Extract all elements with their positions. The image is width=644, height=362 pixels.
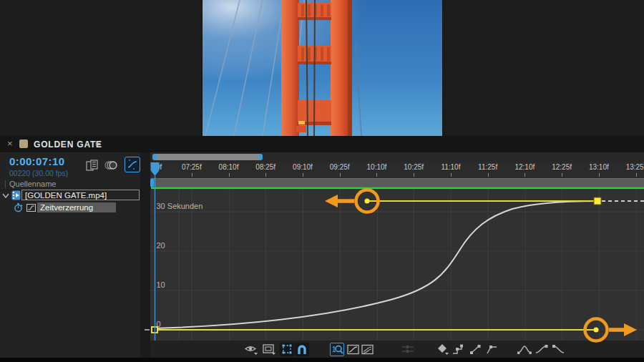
ruler-label-partial: 0f [156,163,173,171]
choose-graph-type-icon[interactable] [262,343,276,356]
show-transform-box-icon[interactable] [280,343,294,356]
ruler-label: 08:10f [215,163,243,171]
ruler-label: 09:25f [326,163,354,171]
motion-blur-icon[interactable] [104,158,118,172]
close-icon[interactable]: × [7,138,13,149]
graph-plot-area[interactable] [150,190,644,341]
ruler-label: 13:10f [585,163,613,171]
timeline-navigator-track[interactable] [150,152,644,162]
frame-count-fps: 00220 (30.00 fps) [9,169,68,177]
auto-bezier-interpolation-icon[interactable] [484,343,499,356]
ruler-tick [192,173,192,177]
video-preview-golden-gate [203,0,442,136]
graph-y-label: 10 [157,280,214,289]
panel-divider[interactable] [140,152,150,358]
video-file-icon [11,190,21,200]
easy-ease-in-icon[interactable] [535,343,549,356]
layer-row-golden-gate[interactable]: [GOLDEN GATE.mp4] [0,190,140,202]
maintenance-detail [298,121,305,124]
time-ruler[interactable]: 0f 07:25f08:10f08:25f09:10f09:25f10:10f1… [150,162,644,180]
ruler-label: 10:10f [362,163,391,171]
property-graph-icon[interactable] [26,204,36,212]
timeline-navigator-handle[interactable] [152,154,263,160]
comp-color-label[interactable] [19,140,28,148]
ruler-tick [414,173,414,177]
separate-dimensions-icon [401,343,415,356]
ruler-tick [636,173,637,177]
ruler-tick [340,173,341,177]
column-header-row: Quellenname [0,179,140,190]
ruler-tick [303,173,303,177]
current-timecode[interactable]: 0:00:07:10 [9,155,64,167]
linear-interpolation-icon[interactable] [468,343,482,356]
graph-editor-icon[interactable] [125,157,140,172]
column-divider [5,180,6,188]
ruler-label: 12:10f [510,163,539,171]
fit-all-graphs-to-view-icon[interactable] [361,343,375,356]
graph-editor-area: 0f 07:25f08:10f08:25f09:10f09:25f10:10f1… [150,152,644,358]
panel-menu-icon[interactable]: ≡ [95,138,100,149]
ruler-label: 12:25f [547,163,576,171]
ruler-label: 07:25f [177,163,206,171]
navigator-start-cap[interactable] [152,154,157,160]
property-name[interactable]: Zeitverzerrung [37,202,116,212]
property-row-zeitverzerrung[interactable]: Zeitverzerrung [0,202,140,214]
easy-ease-icon[interactable] [517,343,532,356]
ruler-tick [265,173,266,177]
bottom-edge [0,358,644,362]
graph-y-label: 20 [157,241,214,250]
column-source-name[interactable]: Quellenname [9,180,56,188]
ruler-label: 13:25f [622,163,644,171]
navigator-end-cap[interactable] [258,154,263,160]
edit-selected-keyframes-icon[interactable] [436,343,450,356]
chevron-down-icon[interactable] [2,193,9,198]
snap-icon[interactable] [295,343,309,356]
hold-interpolation-icon[interactable] [452,343,466,356]
ruler-label: 08:25f [251,163,280,171]
app-window: × GOLDEN GATE ≡ 0:00:07:10 00220 (30.00 … [0,0,644,362]
ruler-tick [451,173,452,177]
ruler-tick [488,173,489,177]
ruler-label: 09:10f [288,163,317,171]
timeline-left-panel: 0:00:07:10 00220 (30.00 fps) Quellenname [0,152,140,358]
ruler-tick [229,173,230,177]
ruler-tick [525,173,525,177]
graph-editor-toolbar: 1 [150,341,644,358]
graph-y-label: 0 [157,320,214,328]
ruler-label: 11:10f [436,163,465,171]
auto-zoom-graph-height-icon[interactable]: 1 [330,343,344,356]
ruler-label: 11:25f [474,163,502,171]
ruler-tick [376,173,377,177]
graph-y-label: 30 Sekunden [157,202,214,210]
fit-selection-to-view-icon[interactable] [346,343,361,356]
layer-name[interactable]: [GOLDEN GATE.mp4] [21,190,140,200]
frame-blending-icon[interactable] [84,158,99,172]
choose-properties-eye-icon[interactable] [244,343,258,356]
layer-duration-bar[interactable] [151,178,644,188]
timeline-tab-bar: × GOLDEN GATE ≡ [0,136,644,153]
easy-ease-out-icon[interactable] [551,343,565,356]
ruler-label: 10:25f [399,163,428,171]
stopwatch-icon[interactable] [14,202,24,212]
ruler-tick [562,173,562,177]
tab-title[interactable]: GOLDEN GATE [34,140,102,150]
ruler-tick [599,173,600,177]
